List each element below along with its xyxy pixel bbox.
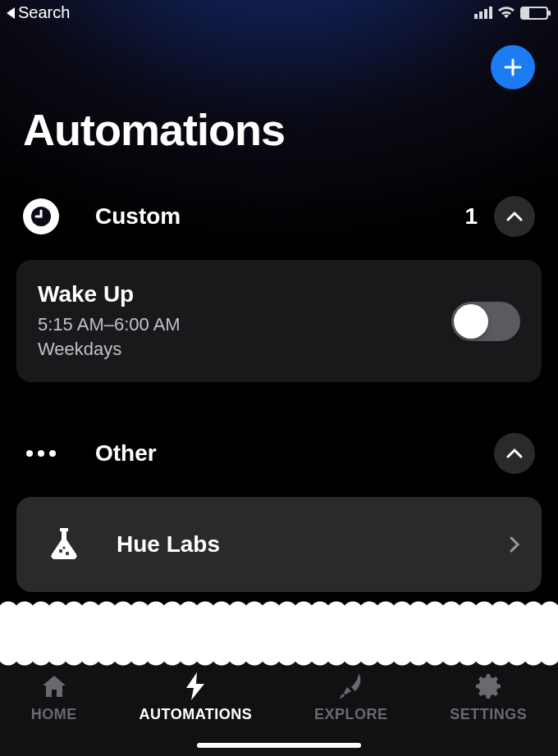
chevron-right-icon [509,535,520,553]
bolt-icon [186,673,204,699]
section-custom-title: Custom [95,203,464,230]
flask-icon [49,526,79,562]
torn-edge-graphic [0,612,558,655]
automation-days: Weekdays [38,337,451,362]
section-other-header[interactable]: Other [0,421,558,485]
signal-icon [474,7,492,19]
nav-explore-label: EXPLORE [314,706,388,723]
more-icon [23,450,59,457]
page-title: Automations [0,89,558,184]
section-custom-header[interactable]: Custom 1 [0,184,558,248]
section-custom-count: 1 [464,203,478,230]
add-automation-button[interactable] [491,45,535,89]
nav-home[interactable]: HOME [31,673,77,723]
svg-point-3 [62,547,65,549]
toggle-knob [454,304,488,339]
back-arrow-icon [7,7,15,19]
back-label: Search [18,3,70,22]
hue-labs-item[interactable]: Hue Labs [16,497,542,592]
automation-title: Wake Up [38,281,451,307]
status-icons [474,7,548,20]
battery-icon [520,7,548,20]
nav-settings-label: SETTINGS [450,706,527,723]
chevron-up-icon [505,211,524,222]
svg-point-2 [66,552,69,555]
hue-labs-title: Hue Labs [117,531,509,558]
automation-toggle[interactable] [451,302,520,341]
rocket-icon [339,673,364,699]
nav-automations[interactable]: AUTOMATIONS [139,673,252,723]
automation-time: 5:15 AM–6:00 AM [38,312,451,337]
nav-automations-label: AUTOMATIONS [139,706,252,723]
home-indicator[interactable] [197,743,361,748]
svg-point-4 [351,679,355,683]
collapse-other-button[interactable] [494,433,535,474]
back-to-search[interactable]: Search [7,3,70,22]
wifi-icon [497,7,515,20]
nav-settings[interactable]: SETTINGS [450,673,527,723]
status-bar: Search [0,0,558,24]
nav-explore[interactable]: EXPLORE [314,673,388,723]
nav-home-label: HOME [31,706,77,723]
plus-icon [501,56,524,79]
chevron-up-icon [505,448,524,459]
clock-icon [23,198,59,235]
gear-icon [475,673,501,699]
svg-point-1 [59,549,62,553]
section-other-title: Other [95,440,494,467]
home-icon [41,673,67,699]
collapse-custom-button[interactable] [494,196,535,237]
automation-card[interactable]: Wake Up 5:15 AM–6:00 AM Weekdays [16,260,542,382]
